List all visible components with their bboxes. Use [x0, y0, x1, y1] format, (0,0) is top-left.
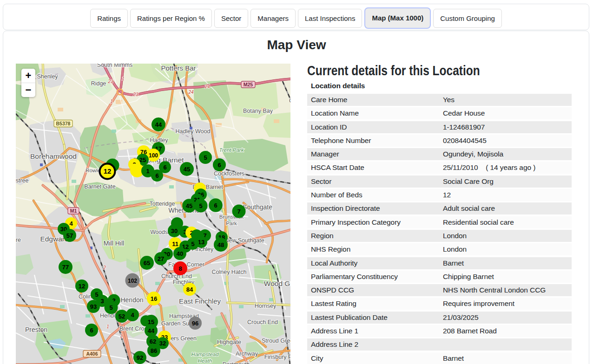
svg-text:27: 27 — [158, 255, 164, 262]
svg-text:40: 40 — [177, 250, 183, 257]
svg-text:Preston: Preston — [25, 326, 47, 333]
svg-text:6: 6 — [217, 162, 221, 169]
svg-text:100: 100 — [149, 152, 158, 159]
svg-text:Wood Gre: Wood Gre — [264, 280, 290, 287]
svg-text:5: 5 — [191, 240, 194, 247]
svg-text:Potters Bar: Potters Bar — [161, 64, 196, 72]
svg-text:Heath: Heath — [198, 358, 212, 364]
svg-text:Hornsey: Hornsey — [255, 303, 277, 309]
svg-text:Borehamwood: Borehamwood — [30, 152, 77, 160]
svg-text:South Mimms: South Mimms — [97, 64, 132, 68]
svg-text:Park: Park — [226, 221, 237, 226]
svg-text:65: 65 — [144, 260, 150, 266]
svg-text:84: 84 — [186, 286, 193, 293]
svg-text:Crouch End: Crouch End — [247, 319, 278, 325]
svg-text:Southgate: Southgate — [243, 203, 272, 211]
svg-text:1: 1 — [110, 99, 113, 104]
svg-text:25: 25 — [139, 156, 146, 163]
svg-text:23: 23 — [107, 79, 113, 84]
svg-text:16: 16 — [151, 295, 157, 302]
svg-text:6: 6 — [155, 172, 158, 179]
svg-text:7: 7 — [237, 208, 240, 215]
svg-text:B5378: B5378 — [56, 121, 71, 126]
svg-text:62: 62 — [150, 338, 156, 345]
svg-text:Colney Hatch: Colney Hatch — [211, 269, 246, 275]
svg-text:24: 24 — [188, 90, 194, 95]
svg-text:93: 93 — [90, 303, 97, 310]
svg-text:Shenley: Shenley — [37, 73, 58, 80]
svg-text:6: 6 — [214, 202, 217, 209]
svg-text:1: 1 — [106, 324, 109, 329]
svg-text:Totteridge: Totteridge — [150, 201, 175, 207]
svg-text:32: 32 — [159, 340, 166, 347]
svg-text:12: 12 — [104, 167, 112, 175]
svg-text:102: 102 — [128, 278, 137, 284]
svg-text:M1: M1 — [70, 208, 77, 214]
svg-text:52: 52 — [119, 313, 125, 320]
svg-text:5: 5 — [199, 202, 202, 209]
svg-text:1: 1 — [146, 168, 149, 175]
svg-text:Hadley Wood: Hadley Wood — [176, 128, 211, 135]
svg-text:A406: A406 — [86, 351, 98, 357]
svg-text:30: 30 — [171, 228, 178, 234]
svg-text:23: 23 — [132, 92, 138, 97]
svg-text:New Southgate: New Southgate — [224, 237, 264, 244]
svg-text:Mill Hill: Mill Hill — [104, 240, 124, 247]
svg-text:48: 48 — [217, 241, 224, 248]
svg-text:5: 5 — [109, 304, 112, 311]
svg-text:12: 12 — [79, 283, 85, 290]
svg-text:92: 92 — [137, 354, 143, 361]
svg-text:ore: ore — [16, 237, 21, 243]
svg-text:Dartmouth: Dartmouth — [223, 361, 250, 364]
svg-text:Finsbury Pa: Finsbury Pa — [264, 354, 290, 360]
svg-text:Highgate: Highgate — [217, 338, 241, 345]
svg-text:3: 3 — [100, 298, 104, 305]
svg-text:45: 45 — [184, 166, 190, 173]
svg-text:Ridge: Ridge — [91, 80, 106, 87]
svg-text:1: 1 — [120, 334, 123, 339]
svg-text:Cre: Cre — [289, 98, 290, 104]
svg-text:Hampstead: Hampstead — [191, 351, 219, 357]
svg-text:44: 44 — [148, 327, 155, 334]
svg-text:86: 86 — [151, 347, 157, 354]
svg-text:8: 8 — [178, 265, 182, 272]
svg-text:Botany Bay: Botany Bay — [243, 108, 273, 114]
svg-text:5: 5 — [204, 154, 207, 161]
svg-text:2: 2 — [103, 265, 106, 270]
svg-text:6: 6 — [163, 164, 166, 171]
svg-text:Archway: Archway — [236, 351, 258, 357]
svg-text:Stroud Gree: Stroud Gree — [262, 338, 290, 344]
svg-text:Barnet Gate: Barnet Gate — [84, 183, 115, 190]
svg-text:1: 1 — [122, 76, 125, 81]
svg-text:4: 4 — [69, 220, 73, 227]
svg-text:77: 77 — [62, 264, 69, 271]
svg-text:45: 45 — [186, 202, 192, 209]
svg-text:44: 44 — [155, 121, 162, 128]
svg-text:Hendon: Hendon — [120, 296, 143, 304]
svg-text:11: 11 — [172, 240, 178, 247]
svg-text:4: 4 — [131, 312, 134, 318]
svg-text:East Finchley: East Finchley — [179, 297, 221, 305]
svg-text:24: 24 — [204, 84, 210, 89]
svg-text:M25: M25 — [244, 82, 253, 87]
svg-text:96: 96 — [192, 320, 198, 327]
svg-text:Cockfosters: Cockfosters — [214, 170, 244, 177]
svg-text:Elstree: Elstree — [16, 177, 28, 184]
svg-text:6: 6 — [90, 327, 93, 334]
svg-text:57: 57 — [66, 232, 73, 239]
svg-text:Trent Park: Trent Park — [219, 147, 244, 153]
